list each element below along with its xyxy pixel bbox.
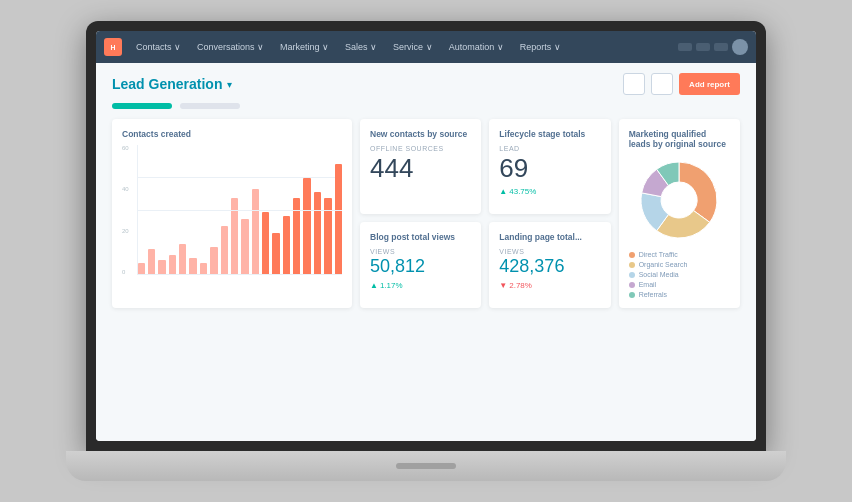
landing-change-value: 2.78% bbox=[509, 281, 532, 290]
lifecycle-card: Lifecycle stage totals LEAD 69 43.75% bbox=[489, 119, 610, 214]
mql-card: Marketing qualified leads by original so… bbox=[619, 119, 740, 308]
legend-dot-4 bbox=[629, 292, 635, 298]
new-contacts-card: New contacts by source OFFLINE SOURCES 4… bbox=[360, 119, 481, 214]
filter-button-1[interactable] bbox=[623, 73, 645, 95]
legend-label-2: Social Media bbox=[639, 271, 679, 278]
bar-12 bbox=[262, 212, 269, 274]
nav-marketing[interactable]: Marketing ∨ bbox=[276, 40, 333, 54]
legend-dot-3 bbox=[629, 282, 635, 288]
legend-item-2: Social Media bbox=[629, 271, 730, 278]
filter-button-2[interactable] bbox=[651, 73, 673, 95]
landing-page-title: Landing page total... bbox=[499, 232, 600, 242]
legend-item-3: Email bbox=[629, 281, 730, 288]
cards-grid: Contacts created 60 40 20 0 bbox=[112, 119, 740, 308]
bar-11 bbox=[252, 189, 259, 274]
bar-7 bbox=[210, 247, 217, 275]
contacts-created-card: Contacts created 60 40 20 0 bbox=[112, 119, 352, 308]
filter-pill-1[interactable] bbox=[112, 103, 172, 109]
blog-views-change: 1.17% bbox=[370, 281, 471, 290]
blog-up-icon bbox=[370, 281, 378, 290]
legend-dot-1 bbox=[629, 262, 635, 268]
top-nav: H Contacts ∨ Conversations ∨ Marketing ∨… bbox=[96, 31, 756, 63]
nav-service[interactable]: Service ∨ bbox=[389, 40, 437, 54]
blog-views-value: 50,812 bbox=[370, 257, 471, 277]
dashboard: Lead Generation ▾ Add report bbox=[96, 63, 756, 441]
bar-17 bbox=[314, 192, 321, 275]
legend-dot-0 bbox=[629, 252, 635, 258]
nav-right bbox=[678, 39, 748, 55]
new-contacts-title: New contacts by source bbox=[370, 129, 471, 139]
nav-automation[interactable]: Automation ∨ bbox=[445, 40, 508, 54]
lifecycle-value: 69 bbox=[499, 154, 600, 183]
lifecycle-label: LEAD bbox=[499, 145, 600, 152]
bars-container bbox=[137, 145, 342, 275]
y-label-20: 20 bbox=[122, 228, 129, 234]
y-labels: 60 40 20 0 bbox=[122, 145, 133, 275]
pie-svg bbox=[634, 155, 724, 245]
title-row: Lead Generation ▾ bbox=[112, 76, 232, 92]
title-dropdown-icon[interactable]: ▾ bbox=[227, 79, 232, 90]
landing-page-value: 428,376 bbox=[499, 257, 600, 277]
lifecycle-change: 43.75% bbox=[499, 187, 600, 196]
nav-items: Contacts ∨ Conversations ∨ Marketing ∨ S… bbox=[132, 40, 668, 54]
new-contacts-label: OFFLINE SOURCES bbox=[370, 145, 471, 152]
legend-label-0: Direct Traffic bbox=[639, 251, 678, 258]
contacts-bar-chart: 60 40 20 0 bbox=[122, 145, 342, 275]
bar-0 bbox=[138, 263, 145, 274]
legend-label-4: Referrals bbox=[639, 291, 667, 298]
legend-label-1: Organic Search bbox=[639, 261, 688, 268]
bar-1 bbox=[148, 249, 155, 274]
bar-9 bbox=[231, 198, 238, 274]
bar-16 bbox=[303, 178, 310, 274]
nav-contacts[interactable]: Contacts ∨ bbox=[132, 40, 185, 54]
lifecycle-up-icon bbox=[499, 187, 507, 196]
nav-tool2 bbox=[696, 43, 710, 51]
mql-title: Marketing qualified leads by original so… bbox=[629, 129, 730, 149]
filter-pill-2[interactable] bbox=[180, 103, 240, 109]
bar-2 bbox=[158, 260, 165, 274]
add-report-button[interactable]: Add report bbox=[679, 73, 740, 95]
legend-item-4: Referrals bbox=[629, 291, 730, 298]
laptop-shell: H Contacts ∨ Conversations ∨ Marketing ∨… bbox=[66, 21, 786, 481]
landing-page-label: VIEWS bbox=[499, 248, 600, 255]
nav-sales[interactable]: Sales ∨ bbox=[341, 40, 381, 54]
lifecycle-title: Lifecycle stage totals bbox=[499, 129, 600, 139]
bar-19 bbox=[335, 164, 342, 274]
landing-page-change: 2.78% bbox=[499, 281, 600, 290]
bar-4 bbox=[179, 244, 186, 274]
nav-conversations[interactable]: Conversations ∨ bbox=[193, 40, 268, 54]
nav-tool1 bbox=[678, 43, 692, 51]
legend-item-0: Direct Traffic bbox=[629, 251, 730, 258]
legend-item-1: Organic Search bbox=[629, 261, 730, 268]
blog-change-value: 1.17% bbox=[380, 281, 403, 290]
bar-10 bbox=[241, 219, 248, 274]
laptop-base bbox=[66, 451, 786, 481]
nav-tool3 bbox=[714, 43, 728, 51]
bar-14 bbox=[283, 216, 290, 274]
filter-bar bbox=[112, 103, 740, 109]
landing-page-card: Landing page total... VIEWS 428,376 2.78… bbox=[489, 222, 610, 308]
blog-views-title: Blog post total views bbox=[370, 232, 471, 242]
lifecycle-change-value: 43.75% bbox=[509, 187, 536, 196]
svg-text:H: H bbox=[111, 44, 116, 51]
nav-reports[interactable]: Reports ∨ bbox=[516, 40, 565, 54]
pie-legend: Direct TrafficOrganic SearchSocial Media… bbox=[629, 251, 730, 298]
y-label-0: 0 bbox=[122, 269, 129, 275]
blog-views-label: VIEWS bbox=[370, 248, 471, 255]
bar-15 bbox=[293, 198, 300, 274]
screen-bezel: H Contacts ∨ Conversations ∨ Marketing ∨… bbox=[86, 21, 766, 451]
bar-8 bbox=[221, 226, 228, 274]
new-contacts-value: 444 bbox=[370, 154, 471, 183]
dashboard-actions: Add report bbox=[623, 73, 740, 95]
legend-label-3: Email bbox=[639, 281, 657, 288]
user-avatar[interactable] bbox=[732, 39, 748, 55]
blog-views-card: Blog post total views VIEWS 50,812 1.17% bbox=[360, 222, 481, 308]
laptop-screen: H Contacts ∨ Conversations ∨ Marketing ∨… bbox=[96, 31, 756, 441]
legend-dot-2 bbox=[629, 272, 635, 278]
landing-down-icon bbox=[499, 281, 507, 290]
bar-13 bbox=[272, 233, 279, 274]
bar-18 bbox=[324, 198, 331, 274]
contacts-created-title: Contacts created bbox=[122, 129, 342, 139]
dashboard-title: Lead Generation bbox=[112, 76, 222, 92]
pie-chart bbox=[634, 155, 724, 245]
